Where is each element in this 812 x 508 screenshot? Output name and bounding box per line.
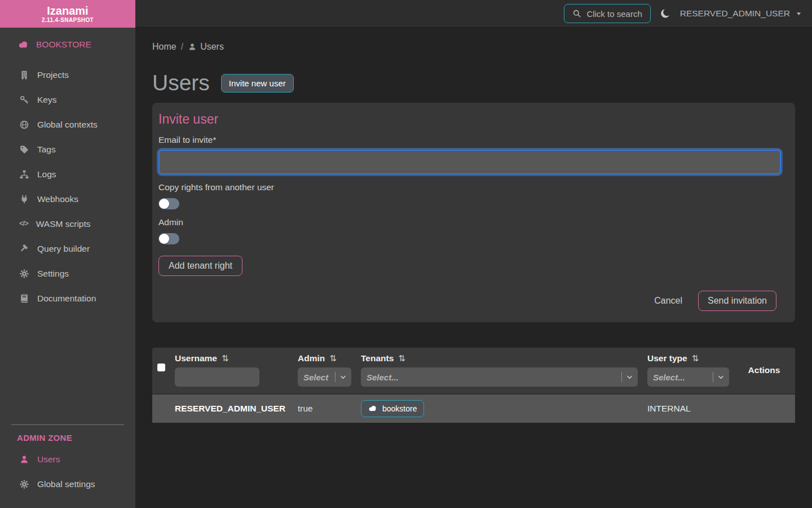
send-invitation-button[interactable]: Send invitation — [698, 291, 776, 311]
toggle-knob — [159, 199, 169, 209]
user-menu-label: RESERVED_ADMIN_USER — [680, 8, 790, 19]
sidebar-item-logs[interactable]: Logs — [0, 162, 135, 187]
sidebar-item-label: Keys — [37, 95, 56, 105]
plug-icon — [19, 194, 29, 204]
sidebar-item-label: Users — [37, 454, 60, 465]
moon-icon — [660, 8, 671, 19]
search-button-label: Click to search — [586, 9, 642, 19]
sidebar-item-settings[interactable]: Settings — [0, 261, 135, 286]
admin-toggle[interactable] — [158, 233, 179, 244]
sidebar-item-label: Logs — [37, 169, 56, 179]
search-icon — [572, 9, 581, 18]
sort-icon[interactable]: ⇅ — [692, 353, 699, 364]
email-field[interactable] — [158, 150, 781, 174]
caret-down-icon — [796, 11, 802, 17]
breadcrumb-current[interactable]: Users — [188, 42, 224, 52]
usertype-filter-select[interactable]: Select... — [647, 367, 729, 387]
add-tenant-right-button[interactable]: Add tenant right — [158, 256, 242, 276]
sidebar-item-label: Global contexts — [37, 120, 98, 130]
sidebar-item-tenant-bookstore[interactable]: BOOKSTORE — [0, 28, 135, 50]
book-icon — [19, 294, 29, 304]
cloud-icon — [368, 404, 377, 413]
tag-icon — [19, 144, 29, 155]
globe-icon — [19, 120, 29, 130]
select-placeholder: Select — [303, 373, 332, 382]
invite-user-panel: Invite user Email to invite* Copy rights… — [152, 103, 795, 322]
copy-rights-toggle[interactable] — [158, 198, 179, 209]
topbar: Click to search RESERVED_ADMIN_USER — [135, 0, 812, 28]
sort-icon[interactable]: ⇅ — [398, 353, 405, 364]
page-title: Users — [152, 71, 210, 95]
username-column-header: Username ⇅ — [175, 353, 298, 387]
sidebar-item-label: Webhooks — [37, 194, 78, 204]
sidebar-item-global-settings[interactable]: Global settings — [0, 472, 135, 497]
invite-new-user-button[interactable]: Invite new user — [221, 74, 294, 93]
building-icon — [19, 70, 29, 80]
sidebar-item-projects[interactable]: Projects — [0, 63, 135, 87]
cancel-button[interactable]: Cancel — [654, 296, 682, 306]
breadcrumb-home-link[interactable]: Home — [152, 42, 176, 52]
username-filter-input[interactable] — [175, 367, 259, 387]
admin-zone-title: ADMIN ZONE — [0, 425, 135, 443]
sidebar-item-keys[interactable]: Keys — [0, 87, 135, 112]
app-logo[interactable]: Izanami 2.11.4-SNAPSHOT — [0, 0, 135, 28]
code-icon: </> — [19, 219, 28, 229]
tenant-chip-bookstore[interactable]: bookstore — [361, 400, 424, 417]
copy-rights-label: Copy rights from another user — [158, 182, 781, 192]
main-content: Home / Users Users Invite new user Invit… — [135, 28, 812, 508]
user-menu[interactable]: RESERVED_ADMIN_USER — [680, 8, 802, 19]
tenants-header-label: Tenants — [361, 353, 394, 364]
tenants-filter-select[interactable]: Select... — [361, 367, 638, 387]
theme-toggle-button[interactable] — [660, 8, 671, 19]
actions-header-label: Actions — [733, 353, 795, 387]
sidebar-menu: Projects Keys Global contexts Tags Logs … — [0, 63, 135, 311]
admin-zone-menu: Users Global settings — [0, 447, 135, 497]
sidebar-item-users[interactable]: Users — [0, 447, 135, 472]
sidebar-item-wasm-scripts[interactable]: </> WASM scripts — [0, 212, 135, 237]
usertype-header-label: User type — [647, 353, 687, 364]
username-header-label: Username — [175, 353, 217, 364]
select-separator — [335, 372, 336, 382]
tenant-chip-label: bookstore — [382, 404, 417, 413]
sidebar-item-label: WASM scripts — [36, 219, 91, 229]
sidebar-item-query-builder[interactable]: Query builder — [0, 237, 135, 261]
select-all-cell — [152, 364, 175, 377]
table-row: RESERVED_ADMIN_USER true bookstore INTER… — [152, 393, 795, 423]
usertype-column-header: User type ⇅ Select... — [647, 353, 733, 387]
cloud-icon — [18, 40, 29, 50]
breadcrumb: Home / Users — [152, 42, 795, 52]
select-placeholder: Select... — [367, 373, 619, 382]
sidebar-item-global-contexts[interactable]: Global contexts — [0, 112, 135, 137]
hammer-icon — [19, 244, 29, 254]
app-name: Izanami — [47, 5, 88, 17]
sidebar-item-tags[interactable]: Tags — [0, 137, 135, 162]
admin-filter-select[interactable]: Select — [298, 367, 351, 387]
users-table: Username ⇅ Admin ⇅ Select — [152, 348, 795, 423]
row-username: RESERVED_ADMIN_USER — [175, 404, 298, 414]
person-icon — [188, 42, 197, 51]
select-all-checkbox[interactable] — [157, 364, 165, 371]
sort-icon[interactable]: ⇅ — [329, 353, 337, 364]
admin-zone-section: ADMIN ZONE Users Global settings — [0, 424, 135, 497]
admin-header-label: Admin — [298, 353, 325, 364]
select-separator — [713, 372, 713, 382]
sidebar-item-label: Query builder — [37, 244, 90, 254]
sidebar-item-label: Tags — [37, 144, 56, 155]
breadcrumb-separator: / — [181, 42, 183, 52]
row-admin-value: true — [298, 404, 361, 414]
gear-icon — [19, 269, 29, 279]
sort-icon[interactable]: ⇅ — [222, 353, 229, 364]
sidebar-item-label: Global settings — [37, 479, 95, 489]
sidebar-item-documentation[interactable]: Documentation — [0, 286, 135, 311]
tenant-label: BOOKSTORE — [36, 40, 91, 50]
select-separator — [621, 372, 622, 382]
tenants-column-header: Tenants ⇅ Select... — [361, 353, 647, 387]
sidebar-item-label: Documentation — [37, 294, 96, 304]
person-icon — [19, 454, 29, 465]
admin-column-header: Admin ⇅ Select — [298, 353, 361, 387]
row-tenants-cell: bookstore — [361, 400, 647, 417]
search-button[interactable]: Click to search — [564, 4, 650, 23]
admin-label: Admin — [158, 217, 781, 227]
chevron-down-icon — [339, 374, 347, 381]
sidebar-item-webhooks[interactable]: Webhooks — [0, 187, 135, 212]
